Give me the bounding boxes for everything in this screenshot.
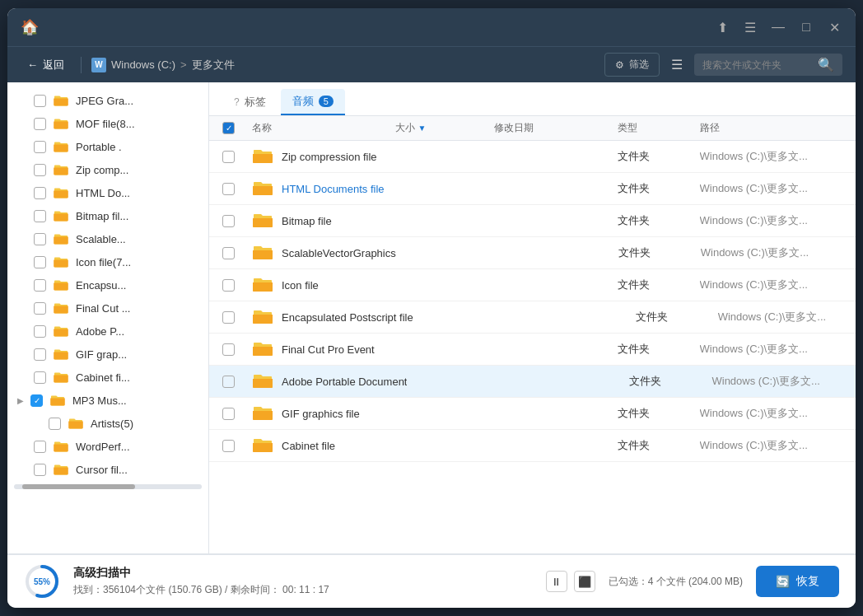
th-name[interactable]: 名称	[252, 121, 395, 135]
row-checkbox[interactable]	[222, 215, 235, 227]
scan-info: 高级扫描中 找到：356104个文件 (150.76 GB) / 剩余时间： 0…	[73, 566, 533, 597]
search-box[interactable]: 🔍	[694, 54, 842, 76]
table-row[interactable]: HTML Documents file 文件夹 Windows (C:)\更多文…	[209, 173, 856, 205]
file-path: Windows (C:)\更多文...	[711, 374, 842, 389]
th-size[interactable]: 大小 ▼	[395, 121, 494, 135]
row-checkbox-wrap[interactable]	[222, 151, 252, 163]
minimize-button[interactable]: —	[770, 19, 786, 35]
table-row[interactable]: Final Cut Pro Event 文件夹 Windows (C:)\更多文…	[209, 334, 856, 366]
sidebar-checkbox[interactable]	[34, 233, 46, 245]
row-checkbox-wrap[interactable]	[222, 247, 252, 259]
bottom-bar: 55% 高级扫描中 找到：356104个文件 (150.76 GB) / 剩余时…	[7, 553, 856, 608]
tab-audio[interactable]: 音频 5	[281, 89, 345, 115]
row-checkbox[interactable]	[222, 151, 235, 163]
sidebar-item[interactable]: Bitmap fil...	[7, 204, 208, 227]
tab-audio-badge: 5	[319, 96, 334, 107]
row-checkbox-wrap[interactable]	[222, 440, 252, 452]
table-row[interactable]: ScalableVectorGraphics 文件夹 Windows (C:)\…	[209, 237, 856, 269]
file-path: Windows (C:)\更多文...	[700, 438, 843, 453]
sidebar-item[interactable]: Final Cut ...	[7, 296, 208, 320]
sidebar-item[interactable]: Icon file(7...	[7, 250, 208, 273]
breadcrumb-folder[interactable]: 更多文件	[192, 58, 235, 72]
menu-button[interactable]: ☰	[742, 19, 758, 35]
filter-button[interactable]: ⚙ 筛选	[604, 53, 660, 77]
sidebar-checkbox[interactable]	[34, 118, 46, 130]
row-checkbox-wrap[interactable]	[222, 311, 252, 324]
sidebar-checkbox[interactable]	[34, 348, 46, 361]
sidebar-item-label: Cursor fil...	[76, 464, 200, 476]
sidebar-item[interactable]: Artists(5)	[22, 412, 208, 435]
breadcrumb-drive[interactable]: Windows (C:)	[111, 58, 175, 71]
table-row[interactable]: Adobe Portable Document 文件夹 Windows (C:)…	[209, 366, 856, 398]
row-checkbox[interactable]	[222, 376, 235, 388]
share-button[interactable]: ⬆	[714, 19, 730, 35]
sidebar-item[interactable]: Scalable...	[7, 227, 208, 250]
th-type[interactable]: 类型	[618, 121, 700, 135]
sidebar-checkbox[interactable]	[34, 95, 46, 107]
sidebar-scrollbar[interactable]	[14, 484, 202, 489]
sidebar-checkbox[interactable]	[34, 187, 46, 199]
sidebar-checkbox[interactable]	[34, 371, 46, 384]
sidebar-checkbox[interactable]	[34, 464, 46, 476]
table-row[interactable]: Cabinet file 文件夹 Windows (C:)\更多文...	[209, 430, 856, 462]
file-type: 文件夹	[618, 342, 700, 357]
tab-tags[interactable]: ? 标签	[222, 90, 278, 114]
th-date[interactable]: 修改日期	[494, 121, 618, 135]
sidebar-checkbox[interactable]: ✓	[30, 394, 43, 407]
sidebar-item[interactable]: GIF grap...	[7, 343, 208, 366]
row-checkbox[interactable]	[222, 440, 235, 452]
sidebar-checkbox[interactable]	[34, 302, 46, 315]
row-checkbox[interactable]	[222, 183, 235, 195]
sidebar-checkbox[interactable]	[34, 141, 46, 153]
sidebar-item[interactable]: MOF file(8...	[7, 112, 208, 135]
sidebar-item[interactable]: Encapsu...	[7, 273, 208, 296]
row-checkbox[interactable]	[222, 343, 235, 356]
sidebar-item[interactable]: Zip comp...	[7, 158, 208, 181]
row-checkbox-wrap[interactable]	[222, 215, 252, 227]
table-row[interactable]: Encapsulated Postscript file 文件夹 Windows…	[209, 301, 856, 334]
table-row[interactable]: Bitmap file 文件夹 Windows (C:)\更多文...	[209, 205, 856, 237]
sidebar-item[interactable]: JPEG Gra...	[7, 89, 208, 112]
sidebar-scrollbar-thumb[interactable]	[22, 484, 135, 489]
row-checkbox-wrap[interactable]	[222, 408, 252, 420]
sidebar-item[interactable]: HTML Do...	[7, 181, 208, 204]
header-checkbox[interactable]: ✓	[222, 122, 235, 134]
sidebar-checkbox[interactable]	[34, 256, 46, 268]
row-checkbox[interactable]	[222, 279, 235, 292]
view-toggle-button[interactable]: ☰	[668, 54, 686, 76]
sidebar-item[interactable]: Cabinet fi...	[7, 366, 208, 389]
table-row[interactable]: Zip compression file 文件夹 Windows (C:)\更多…	[209, 141, 856, 173]
table-row[interactable]: Icon file 文件夹 Windows (C:)\更多文...	[209, 269, 856, 301]
restore-button[interactable]: 🔄 恢复	[756, 566, 839, 597]
row-checkbox-wrap[interactable]	[222, 343, 252, 356]
search-input[interactable]	[702, 59, 813, 71]
sidebar-item[interactable]: Portable .	[7, 135, 208, 158]
row-checkbox-wrap[interactable]	[222, 376, 252, 388]
row-checkbox[interactable]	[222, 311, 235, 324]
sidebar-checkbox[interactable]	[34, 441, 46, 453]
search-icon[interactable]: 🔍	[818, 57, 834, 72]
row-checkbox[interactable]	[222, 247, 235, 259]
maximize-button[interactable]: □	[798, 19, 814, 35]
sidebar-item[interactable]: Adobe P...	[7, 320, 208, 343]
file-type: 文件夹	[618, 278, 700, 292]
table-row[interactable]: GIF graphics file 文件夹 Windows (C:)\更多文..…	[209, 398, 856, 430]
th-path[interactable]: 路径	[700, 121, 843, 135]
sidebar-checkbox[interactable]	[34, 164, 46, 176]
close-button[interactable]: ✕	[826, 19, 842, 35]
pause-button[interactable]: ⏸	[546, 571, 567, 592]
back-button[interactable]: ← 返回	[21, 54, 71, 76]
sidebar-item[interactable]: WordPerf...	[7, 435, 208, 458]
sidebar-item-label: WordPerf...	[76, 441, 200, 453]
row-checkbox-wrap[interactable]	[222, 183, 252, 195]
sidebar-item-label: JPEG Gra...	[76, 95, 200, 107]
sidebar-checkbox[interactable]	[34, 210, 46, 222]
sidebar-item[interactable]: Cursor fil...	[7, 458, 208, 481]
row-checkbox[interactable]	[222, 408, 235, 420]
sidebar-item[interactable]: ▶ ✓ MP3 Mus...	[7, 389, 208, 412]
sidebar-checkbox[interactable]	[49, 418, 61, 430]
stop-button[interactable]: ⬛	[574, 571, 595, 592]
sidebar-checkbox[interactable]	[34, 279, 46, 292]
sidebar-checkbox[interactable]	[34, 325, 46, 338]
row-checkbox-wrap[interactable]	[222, 279, 252, 292]
